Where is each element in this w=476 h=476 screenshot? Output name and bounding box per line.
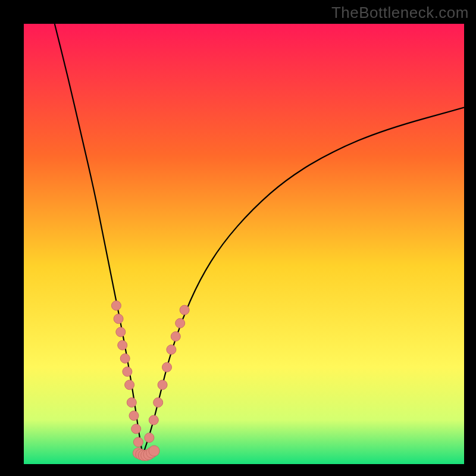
data-marker [180,305,189,315]
data-marker [125,380,134,390]
data-marker [114,314,123,324]
data-marker [118,340,127,350]
data-marker [111,301,121,311]
data-marker [145,433,154,443]
data-marker [131,424,141,434]
data-marker [116,327,126,337]
gradient-background [24,24,464,464]
data-marker [120,353,130,363]
data-marker [171,331,180,341]
data-marker [123,367,132,377]
data-marker [133,437,143,447]
watermark-text: TheBottleneck.com [331,4,469,22]
data-marker [162,362,172,372]
data-marker [158,380,167,390]
bottleneck-curve-chart [24,24,464,464]
data-marker [176,318,185,328]
data-marker [154,397,163,407]
data-marker [149,415,158,425]
data-marker [167,345,176,355]
chart-container: TheBottleneck.com [0,0,476,476]
data-marker [149,446,159,456]
data-marker [129,411,139,421]
data-marker [127,397,136,407]
